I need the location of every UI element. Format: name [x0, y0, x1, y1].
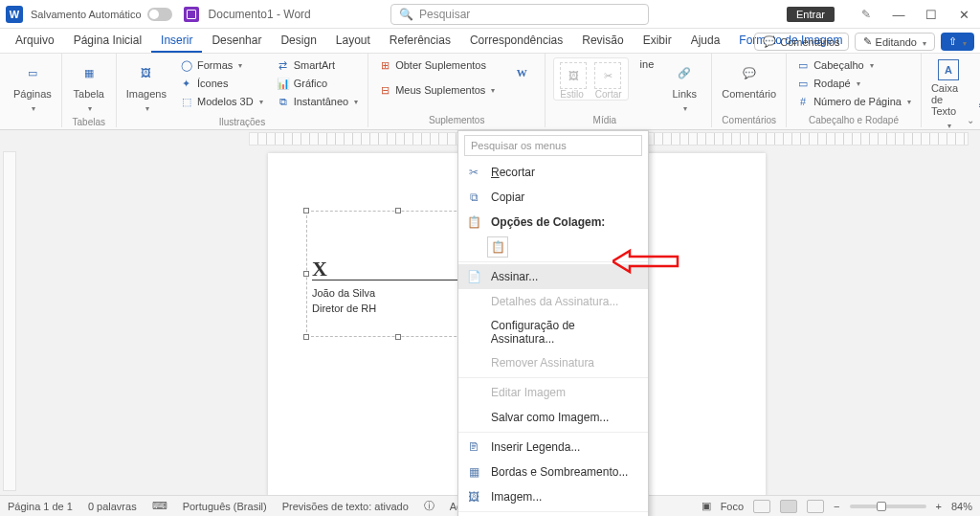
- zoom-slider[interactable]: [850, 505, 926, 508]
- zoom-value[interactable]: 84%: [951, 501, 972, 512]
- status-predictions[interactable]: Previsões de texto: ativado: [282, 501, 409, 512]
- tab-design[interactable]: Design: [271, 30, 325, 53]
- tabela-button[interactable]: ▦ Tabela: [70, 57, 108, 115]
- ctx-copiar[interactable]: ⧉Copiar: [458, 185, 648, 210]
- autosave-label: Salvamento Automático: [31, 9, 142, 20]
- group-comentarios: 💬 Comentário Comentários: [712, 54, 787, 127]
- obter-suplementos-button[interactable]: ⊞Obter Suplementos: [376, 57, 497, 73]
- table-icon: ▦: [76, 59, 102, 86]
- ctx-assinar[interactable]: 📄Assinar...: [458, 264, 648, 289]
- group-midia: 🖼 ✂ EstiloCortar ine Mídia: [546, 54, 657, 127]
- pen-mode-icon[interactable]: ✎: [850, 0, 882, 29]
- tab-inserir[interactable]: Inserir: [151, 30, 202, 53]
- share-button[interactable]: ⇧: [941, 33, 974, 51]
- status-words[interactable]: 0 palavras: [88, 501, 137, 512]
- ctx-imagem[interactable]: 🖼Imagem...: [458, 484, 648, 509]
- cabecalho-button[interactable]: ▭Cabeçalho: [794, 57, 913, 73]
- ctx-salvar-imagem[interactable]: Salvar como Imagem...: [458, 405, 648, 430]
- status-page[interactable]: Página 1 de 1: [8, 501, 73, 512]
- wikipedia-button[interactable]: W: [506, 57, 537, 88]
- smartart-icon: ⇄: [277, 58, 290, 72]
- tab-pagina-inicial[interactable]: Página Inicial: [64, 30, 151, 53]
- online-media[interactable]: ine: [638, 57, 657, 71]
- resize-handle[interactable]: [303, 271, 309, 277]
- resize-handle[interactable]: [395, 334, 401, 340]
- status-focus[interactable]: Foco: [721, 501, 744, 512]
- close-button[interactable]: ✕: [947, 0, 980, 29]
- screenshot-icon: ⧉: [277, 95, 290, 108]
- borders-icon: ▦: [466, 464, 481, 480]
- signin-button[interactable]: Entrar: [787, 7, 835, 22]
- paginas-button[interactable]: ▭ Páginas: [11, 57, 54, 115]
- group-label: Ilustrações: [124, 115, 360, 129]
- ctx-inserir-legenda[interactable]: 🖹Inserir Legenda...: [458, 435, 648, 460]
- status-language[interactable]: Português (Brasil): [183, 501, 267, 512]
- meus-suplementos-button[interactable]: ⊟Meus Suplementos: [376, 82, 497, 98]
- paste-option-button[interactable]: 📋: [487, 236, 508, 258]
- store-icon: ⊞: [378, 58, 391, 72]
- page-icon: ▭: [19, 59, 46, 86]
- search-box[interactable]: 🔍 Pesquisar: [390, 4, 649, 25]
- signature-line: [312, 280, 475, 280]
- minimize-button[interactable]: —: [882, 0, 915, 29]
- tab-desenhar[interactable]: Desenhar: [202, 30, 271, 53]
- autosave-toggle[interactable]: Salvamento Automático: [31, 8, 172, 21]
- autosave-switch-icon[interactable]: [147, 8, 172, 21]
- view-read-button[interactable]: [753, 500, 770, 513]
- tab-ajuda[interactable]: Ajuda: [681, 30, 730, 53]
- rodape-button[interactable]: ▭Rodapé: [794, 76, 913, 91]
- style-icon: 🖼: [560, 62, 587, 89]
- zoom-out-button[interactable]: −: [834, 501, 839, 512]
- title-bar: W Salvamento Automático Documento1 - Wor…: [0, 0, 980, 29]
- smartart-button[interactable]: ⇄SmartArt: [275, 57, 361, 73]
- numero-pagina-button[interactable]: #Número de Página: [794, 94, 913, 109]
- icones-button[interactable]: ✦Ícones: [178, 76, 265, 91]
- instantaneo-button[interactable]: ⧉Instantâneo: [275, 94, 361, 109]
- resize-handle[interactable]: [395, 208, 401, 213]
- signature-role: Diretor de RH: [312, 303, 376, 314]
- resize-handle[interactable]: [303, 208, 309, 213]
- editing-mode-button[interactable]: ✎ Editando: [855, 33, 935, 51]
- paste-icon: 📋: [466, 214, 481, 230]
- links-button[interactable]: 🔗 Links: [665, 57, 703, 115]
- ctx-bordas-sombreamento[interactable]: ▦Bordas e Sombreamento...: [458, 460, 648, 484]
- link-icon: 🔗: [671, 59, 698, 86]
- ctx-config-assinatura[interactable]: Configuração de Assinatura...: [458, 314, 648, 350]
- addins-icon: ⊟: [378, 83, 391, 97]
- chevron-down-icon: [921, 36, 926, 48]
- group-label: Mídia: [553, 113, 656, 127]
- group-label: Tabelas: [70, 115, 108, 129]
- chevron-down-icon: [946, 119, 951, 130]
- zoom-in-button[interactable]: +: [936, 501, 942, 512]
- formas-button[interactable]: ◯Formas: [178, 57, 265, 73]
- grafico-button[interactable]: 📊Gráfico: [275, 76, 361, 91]
- comentario-button[interactable]: 💬 Comentário: [720, 57, 778, 101]
- context-menu-search[interactable]: Pesquisar os menus: [464, 135, 642, 156]
- window-controls: Entrar ✎ — ☐ ✕: [787, 0, 980, 29]
- tab-layout[interactable]: Layout: [326, 30, 380, 53]
- comments-button[interactable]: 💬 Comentários: [754, 33, 848, 51]
- ctx-recortar[interactable]: ✂RRecortarecortar: [458, 160, 648, 185]
- tab-revisao[interactable]: Revisão: [572, 30, 633, 53]
- imagens-button[interactable]: 🖼 Imagens: [124, 57, 168, 115]
- save-icon[interactable]: [184, 7, 199, 22]
- ruler-vertical[interactable]: [3, 151, 16, 491]
- modelos3d-button[interactable]: ⬚Modelos 3D: [178, 94, 265, 109]
- tab-referencias[interactable]: Referências: [380, 30, 460, 53]
- focus-icon: ▣: [702, 500, 711, 512]
- copy-icon: ⧉: [466, 190, 481, 205]
- tab-arquivo[interactable]: Arquivo: [6, 30, 64, 53]
- resize-handle[interactable]: [303, 334, 309, 340]
- textbox-icon: A: [938, 59, 959, 80]
- pagenum-icon: #: [796, 95, 810, 108]
- tab-exibir[interactable]: Exibir: [634, 30, 681, 53]
- view-web-button[interactable]: [807, 500, 824, 513]
- maximize-button[interactable]: ☐: [915, 0, 947, 29]
- footer-icon: ▭: [796, 77, 810, 90]
- view-print-button[interactable]: [780, 500, 797, 513]
- collapse-ribbon-button[interactable]: ⌄: [967, 115, 974, 125]
- caixa-texto-button[interactable]: A Caixa de Texto: [929, 57, 968, 132]
- ctx-opcoes-colagem: 📋Opções de Colagem:: [458, 210, 648, 235]
- wikipedia-icon: W: [508, 59, 535, 86]
- tab-correspondencias[interactable]: Correspondências: [460, 30, 572, 53]
